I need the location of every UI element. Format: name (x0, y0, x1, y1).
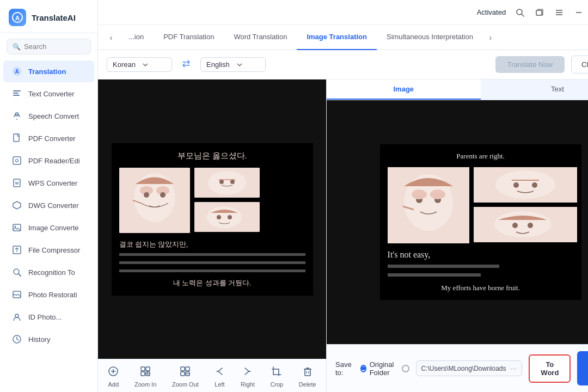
minimize-icon[interactable] (571, 5, 586, 20)
sidebar-item-wps[interactable]: W WPS Converter (3, 172, 94, 194)
tab-word-translation[interactable]: Word Translation (224, 25, 297, 50)
add-tool[interactable]: Add (103, 364, 123, 390)
source-text-1: 결코 쉽지는 않았지만, (119, 240, 305, 249)
source-title-text: 부모님은 옳으셨다. (119, 151, 305, 161)
source-lines (119, 252, 305, 274)
text-converter-icon (11, 88, 23, 100)
svg-point-75 (430, 189, 445, 199)
idphoto-icon (11, 311, 23, 323)
zoom-in-icon (140, 366, 151, 379)
result-tab-image[interactable]: Image (327, 79, 481, 100)
add-label: Add (108, 381, 119, 388)
svg-point-84 (528, 223, 533, 228)
svg-rect-54 (141, 367, 145, 371)
svg-rect-26 (536, 10, 542, 15)
sidebar-item-pdf[interactable]: PDF Converter (3, 127, 94, 149)
left-tool[interactable]: Left (210, 364, 229, 390)
sidebar-item-text-converter[interactable]: Text Converter (3, 83, 94, 105)
custom-path-option[interactable] (402, 365, 409, 372)
restore-icon[interactable] (532, 5, 547, 20)
crop-tool[interactable]: Crop (266, 364, 287, 390)
source-panel-3 (194, 202, 260, 232)
tabs-next-arrow[interactable]: › (483, 30, 498, 45)
sidebar-item-recognition[interactable]: Recognition To (3, 261, 94, 283)
delete-tool[interactable]: Delete (295, 364, 321, 390)
sidebar-item-label-history: History (28, 335, 50, 344)
to-word-button[interactable]: To Word (529, 354, 571, 383)
menu-icon[interactable] (552, 5, 567, 20)
sidebar-item-compress[interactable]: File Compressor (3, 239, 94, 261)
translation-icon: A (11, 65, 23, 77)
sidebar-item-label-compress: File Compressor (28, 246, 80, 254)
svg-rect-61 (186, 367, 189, 371)
sidebar-item-image[interactable]: Image Converte (3, 217, 94, 238)
right-tool[interactable]: Right (236, 364, 259, 390)
crop-icon (271, 366, 282, 379)
svg-point-49 (217, 215, 221, 219)
result-tab-text[interactable]: Text (481, 79, 588, 100)
source-lang-select[interactable]: Korean (107, 57, 172, 72)
source-image-canvas: 부모님은 옳으셨다. (98, 79, 326, 359)
svg-text:W: W (15, 181, 19, 185)
source-line-2 (119, 261, 305, 264)
tabs-prev-arrow[interactable]: ‹ (103, 30, 119, 45)
svg-point-77 (495, 170, 555, 199)
zoom-out-icon (180, 366, 191, 379)
titlebar: Activated (98, 0, 588, 25)
sidebar-item-photo[interactable]: Photo Restorati (3, 284, 94, 305)
translated-panel-2 (474, 167, 577, 203)
tab-translation[interactable]: ...ion (119, 25, 154, 50)
sidebar-nav: A Translation Text Converter Speech Conv… (0, 58, 97, 392)
svg-rect-62 (181, 372, 185, 376)
sidebar-item-dwg[interactable]: DWG Converter (3, 194, 94, 216)
sidebar-item-pdf-reader[interactable]: PDF Reader/Edi (3, 150, 94, 171)
save-all-images-button[interactable]: Save All Images (577, 351, 588, 385)
translated-lines (388, 263, 574, 278)
sidebar-item-idphoto[interactable]: ID Photo... (3, 306, 94, 328)
compress-icon (11, 244, 23, 256)
custom-path-radio[interactable] (402, 365, 409, 372)
svg-point-80 (532, 182, 537, 188)
search-titlebar-icon[interactable] (512, 5, 528, 20)
svg-rect-4 (13, 90, 21, 91)
add-icon (108, 366, 119, 379)
translated-line-1 (388, 265, 499, 268)
svg-rect-10 (13, 157, 21, 164)
sidebar-search-container[interactable]: 🔍 (7, 39, 91, 54)
app-logo-text: TranslateAI (32, 13, 76, 22)
tab-simultaneous[interactable]: Simultaneous Interpretation (377, 25, 483, 50)
sidebar-item-history[interactable]: History (3, 328, 94, 350)
original-folder-radio[interactable] (360, 365, 366, 372)
sidebar-item-translation[interactable]: A Translation (3, 60, 94, 82)
app-logo-icon: A (9, 9, 26, 26)
swap-lang-icon[interactable] (179, 58, 194, 71)
translate-now-button[interactable]: Translate Now (495, 56, 565, 73)
tab-image-translation[interactable]: Image Translation (297, 25, 377, 50)
titlebar-icons (512, 5, 588, 20)
target-lang-label: English (206, 60, 230, 69)
translated-title-text: Parents are right. (388, 152, 574, 161)
translated-panel-1 (388, 167, 469, 243)
sidebar-item-speech[interactable]: Speech Convert (3, 105, 94, 127)
image-toolbar: Add Zoom In Zoom Out (98, 359, 326, 392)
source-panel-1 (119, 168, 190, 233)
clear-files-button[interactable]: Clear Files (571, 56, 588, 74)
svg-rect-6 (13, 95, 20, 96)
path-field[interactable]: C:\Users\MLoong\Downloads ··· (416, 360, 522, 376)
sidebar-item-label-photo: Photo Restorati (28, 291, 77, 299)
zoom-out-tool[interactable]: Zoom Out (168, 364, 203, 390)
crop-label: Crop (270, 381, 283, 388)
tab-pdf-translation[interactable]: PDF Translation (154, 25, 224, 50)
translated-manga-image: Parents are right. (380, 144, 581, 300)
translated-panel-3 (474, 207, 577, 242)
sidebar: A TranslateAI 🔍 A Translation Text Conve… (0, 0, 98, 392)
main-content: Activated ‹ ...ion (98, 0, 588, 392)
target-lang-select[interactable]: English (200, 57, 266, 72)
original-folder-option[interactable]: Original Folder (360, 360, 396, 377)
zoom-in-tool[interactable]: Zoom In (130, 364, 161, 390)
search-input[interactable] (24, 42, 85, 51)
save-area: Save to: Original Folder C:\Users\MLoong… (327, 344, 588, 392)
sidebar-item-label-idphoto: ID Photo... (28, 313, 62, 321)
svg-rect-56 (141, 372, 145, 376)
path-browse-btn[interactable]: ··· (510, 364, 518, 372)
